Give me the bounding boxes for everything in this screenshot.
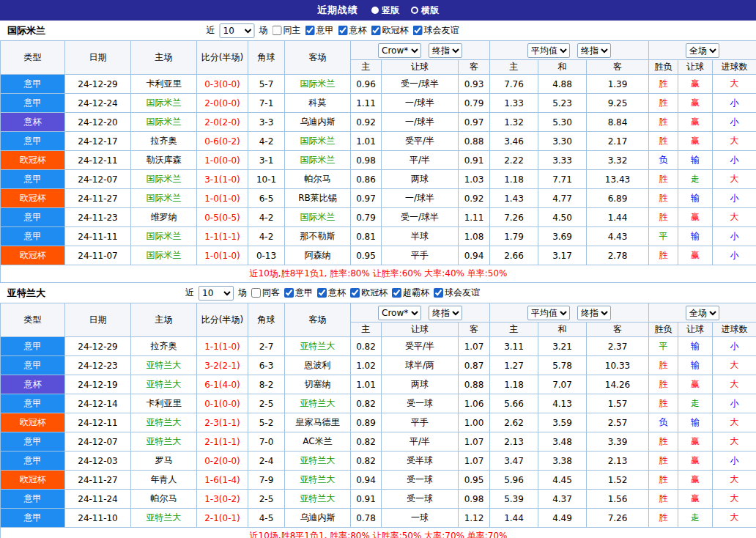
filter-checkbox[interactable] bbox=[371, 26, 381, 35]
away-team[interactable]: 乌迪内斯 bbox=[285, 509, 351, 528]
odds-handicap: 平/半 bbox=[382, 151, 459, 170]
scope-select[interactable]: 全场 bbox=[686, 306, 719, 320]
score[interactable]: 2-1(1-1) bbox=[197, 432, 248, 452]
home-team[interactable]: 亚特兰大 bbox=[131, 509, 197, 528]
away-team[interactable]: 国际米兰 bbox=[285, 208, 351, 227]
home-team[interactable]: 维罗纳 bbox=[131, 208, 197, 227]
filter-check-意甲[interactable]: 意甲 bbox=[303, 24, 334, 37]
away-team[interactable]: 那不勒斯 bbox=[285, 227, 351, 246]
away-team[interactable]: 帕尔马 bbox=[285, 170, 351, 189]
score[interactable]: 1-0(1-0) bbox=[197, 246, 248, 265]
away-team[interactable]: 国际米兰 bbox=[285, 151, 351, 170]
home-team[interactable]: 国际米兰 bbox=[131, 189, 197, 208]
score[interactable]: 2-3(1-1) bbox=[197, 413, 248, 432]
match-date: 24-12-07 bbox=[65, 432, 131, 452]
score[interactable]: 1-1(1-1) bbox=[197, 227, 248, 246]
filter-checkbox[interactable] bbox=[338, 26, 348, 35]
home-team[interactable]: 亚特兰大 bbox=[131, 375, 197, 394]
score[interactable]: 1-0(0-0) bbox=[197, 151, 248, 170]
score[interactable]: 0-5(0-5) bbox=[197, 208, 248, 227]
filter-checkbox[interactable] bbox=[413, 26, 423, 35]
score[interactable]: 1-6(1-4) bbox=[197, 471, 248, 490]
away-team[interactable]: 亚特兰大 bbox=[285, 490, 351, 509]
away-team[interactable]: 切塞纳 bbox=[285, 375, 351, 394]
away-team[interactable]: 国际米兰 bbox=[285, 75, 351, 94]
filter-checkbox[interactable] bbox=[251, 288, 261, 298]
filter-check-球会友谊[interactable]: 球会友谊 bbox=[410, 24, 459, 37]
odds-source-select[interactable]: Crow* bbox=[378, 43, 421, 58]
away-team[interactable]: 乌迪内斯 bbox=[285, 113, 351, 132]
away-team[interactable]: 亚特兰大 bbox=[285, 337, 351, 356]
score[interactable]: 1-1(1-0) bbox=[197, 337, 248, 356]
home-team[interactable]: 国际米兰 bbox=[131, 113, 197, 132]
home-team[interactable]: 帕尔马 bbox=[131, 490, 197, 509]
away-team[interactable]: 亚特兰大 bbox=[285, 452, 351, 471]
score[interactable]: 1-0(1-0) bbox=[197, 189, 248, 208]
filter-checkbox[interactable] bbox=[305, 26, 315, 35]
filter-checkbox[interactable] bbox=[434, 288, 443, 298]
match-date: 24-12-29 bbox=[65, 75, 131, 94]
away-team[interactable]: 科莫 bbox=[285, 94, 351, 113]
away-team[interactable]: 国际米兰 bbox=[285, 132, 351, 151]
home-team[interactable]: 卡利亚里 bbox=[131, 75, 197, 94]
filter-check-意杯[interactable]: 意杯 bbox=[314, 287, 346, 299]
score[interactable]: 1-3(0-2) bbox=[197, 490, 248, 509]
home-team[interactable]: 拉齐奥 bbox=[131, 337, 197, 356]
home-team[interactable]: 国际米兰 bbox=[131, 246, 197, 265]
away-team[interactable]: 皇家马德里 bbox=[285, 413, 351, 432]
score[interactable]: 2-0(0-0) bbox=[197, 94, 248, 113]
layout-option-horizontal[interactable]: 横版 bbox=[411, 4, 439, 17]
home-team[interactable]: 国际米兰 bbox=[131, 170, 197, 189]
score[interactable]: 0-3(0-0) bbox=[197, 75, 248, 94]
away-team[interactable]: RB莱比锡 bbox=[285, 189, 351, 208]
away-team[interactable]: 恩波利 bbox=[285, 356, 351, 375]
filter-checkbox[interactable] bbox=[284, 288, 294, 298]
filter-check-同主[interactable]: 同主 bbox=[270, 24, 301, 37]
odds-stage-select[interactable]: 终指 bbox=[429, 43, 462, 58]
filter-checkbox[interactable] bbox=[350, 288, 360, 298]
away-team[interactable]: 亚特兰大 bbox=[285, 394, 351, 413]
home-team[interactable]: 亚特兰大 bbox=[131, 413, 197, 432]
home-team[interactable]: 卡利亚里 bbox=[131, 394, 197, 413]
home-team[interactable]: 亚特兰大 bbox=[131, 432, 197, 452]
away-team[interactable]: 亚特兰大 bbox=[285, 471, 351, 490]
home-team[interactable]: 国际米兰 bbox=[131, 227, 197, 246]
filter-check-欧冠杯[interactable]: 欧冠杯 bbox=[368, 24, 409, 37]
away-team[interactable]: 阿森纳 bbox=[285, 246, 351, 265]
filter-check-欧冠杯[interactable]: 欧冠杯 bbox=[347, 287, 388, 299]
recent-count-select[interactable]: 10 bbox=[220, 23, 255, 38]
avg-stage-select[interactable]: 终指 bbox=[577, 43, 611, 58]
filter-checkbox[interactable] bbox=[273, 26, 282, 35]
filter-check-超霸杯[interactable]: 超霸杯 bbox=[389, 287, 429, 299]
league-badge: 意甲 bbox=[1, 337, 65, 356]
home-team[interactable]: 国际米兰 bbox=[131, 94, 197, 113]
score[interactable]: 2-0(2-0) bbox=[197, 113, 248, 132]
odds-stage-select[interactable]: 终指 bbox=[429, 306, 462, 320]
home-team[interactable]: 拉齐奥 bbox=[131, 132, 197, 151]
avg-source-select[interactable]: 平均值 bbox=[527, 43, 570, 58]
home-team[interactable]: 罗马 bbox=[131, 452, 197, 471]
home-team[interactable]: 勒沃库森 bbox=[131, 151, 197, 170]
filter-check-同客[interactable]: 同客 bbox=[248, 287, 280, 299]
avg-stage-select[interactable]: 终指 bbox=[577, 306, 611, 320]
score[interactable]: 0-1(0-0) bbox=[197, 394, 248, 413]
score[interactable]: 0-6(0-2) bbox=[197, 132, 248, 151]
score[interactable]: 3-1(1-0) bbox=[197, 170, 248, 189]
recent-count-select[interactable]: 10 bbox=[199, 286, 234, 301]
score[interactable]: 6-1(4-0) bbox=[197, 375, 248, 394]
home-team[interactable]: 年青人 bbox=[131, 471, 197, 490]
avg-source-select[interactable]: 平均值 bbox=[527, 306, 570, 320]
filter-checkbox[interactable] bbox=[317, 288, 327, 298]
layout-option-vertical[interactable]: 竖版 bbox=[371, 4, 399, 17]
score[interactable]: 0-2(0-0) bbox=[197, 452, 248, 471]
home-team[interactable]: 亚特兰大 bbox=[131, 356, 197, 375]
score[interactable]: 2-1(0-1) bbox=[197, 509, 248, 528]
filter-check-球会友谊[interactable]: 球会友谊 bbox=[431, 287, 480, 299]
away-team[interactable]: AC米兰 bbox=[285, 432, 351, 452]
filter-check-意杯[interactable]: 意杯 bbox=[336, 24, 367, 37]
odds-source-select[interactable]: Crow* bbox=[378, 306, 421, 320]
filter-check-意甲[interactable]: 意甲 bbox=[281, 287, 313, 299]
filter-checkbox[interactable] bbox=[392, 288, 401, 298]
score[interactable]: 3-2(2-1) bbox=[197, 356, 248, 375]
scope-select[interactable]: 全场 bbox=[686, 43, 719, 58]
